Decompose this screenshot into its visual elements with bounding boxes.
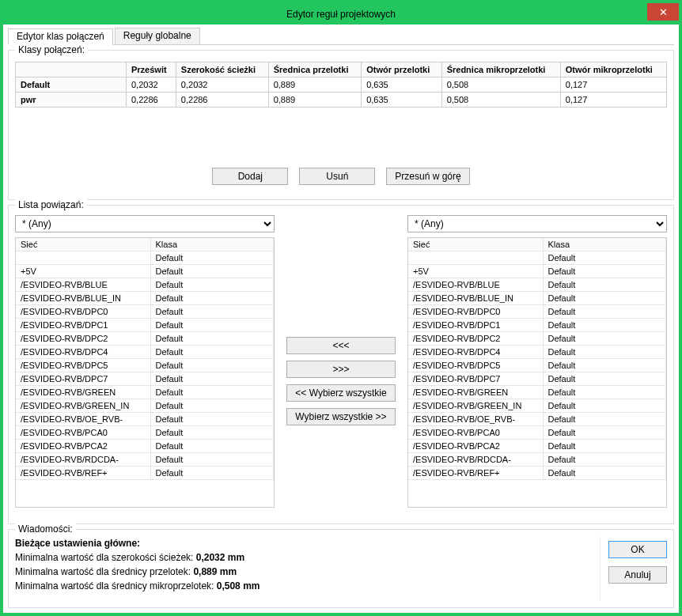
right-list-table: Sieć Klasa Default+5VDefault/ESVIDEO-RVB… — [408, 238, 666, 480]
list-row[interactable]: /ESVIDEO-RVB/GREEN_INDefault — [16, 399, 274, 413]
list-row[interactable]: /ESVIDEO-RVB/PCA0Default — [16, 426, 274, 440]
tab-bar: Edytor klas połączeń Reguły globalne — [8, 28, 674, 45]
list-row[interactable]: /ESVIDEO-RVB/OE_RVB-Default — [408, 413, 666, 426]
class-cell[interactable]: 0,635 — [362, 93, 441, 108]
list-row[interactable]: Default — [16, 251, 274, 265]
class-cell[interactable]: 0,127 — [560, 77, 666, 93]
class-cell[interactable]: 0,127 — [560, 93, 666, 108]
class-col-header[interactable]: Prześwit — [127, 62, 176, 77]
klass-cell: Default — [150, 278, 274, 292]
class-col-header[interactable]: Średnica mikroprzelotki — [441, 62, 560, 77]
class-group-label: Klasy połączeń: — [15, 44, 88, 55]
close-icon: ✕ — [659, 6, 668, 18]
list-row[interactable]: /ESVIDEO-RVB/REF+Default — [408, 467, 666, 480]
klass-cell: Default — [150, 346, 274, 359]
class-row[interactable]: pwr0,22860,22860,8890,6350,5080,127 — [16, 93, 667, 108]
move-up-button[interactable]: Przesuń w górę — [386, 168, 469, 185]
list-row[interactable]: /ESVIDEO-RVB/GREENDefault — [408, 386, 666, 399]
list-row[interactable]: /ESVIDEO-RVB/BLUEDefault — [408, 278, 666, 292]
net-cell: /ESVIDEO-RVB/DPC0 — [16, 305, 150, 319]
class-col-header[interactable]: Szerokość ścieżki — [176, 62, 268, 77]
list-row[interactable]: +5VDefault — [408, 265, 666, 278]
close-button[interactable]: ✕ — [647, 3, 679, 21]
list-row[interactable]: /ESVIDEO-RVB/DPC1Default — [16, 319, 274, 332]
list-row[interactable]: /ESVIDEO-RVB/DPC7Default — [408, 372, 666, 386]
left-filter-dropdown[interactable]: * (Any) — [15, 215, 275, 232]
add-button[interactable]: Dodaj — [212, 168, 288, 185]
delete-button[interactable]: Usuń — [299, 168, 375, 185]
list-row[interactable]: /ESVIDEO-RVB/REF+Default — [16, 467, 274, 480]
list-row[interactable]: /ESVIDEO-RVB/DPC7Default — [16, 372, 274, 386]
net-cell: /ESVIDEO-RVB/DPC1 — [16, 319, 150, 332]
list-row[interactable]: /ESVIDEO-RVB/PCA0Default — [408, 426, 666, 440]
move-right-button[interactable]: >>> — [286, 361, 396, 378]
col-klass[interactable]: Klasa — [150, 238, 274, 251]
list-row[interactable]: /ESVIDEO-RVB/BLUE_INDefault — [16, 292, 274, 305]
list-row[interactable]: /ESVIDEO-RVB/RDCDA-Default — [16, 453, 274, 467]
net-cell: /ESVIDEO-RVB/PCA2 — [408, 440, 543, 453]
list-row[interactable]: /ESVIDEO-RVB/PCA2Default — [16, 440, 274, 453]
right-filter-dropdown[interactable]: * (Any) — [407, 215, 667, 232]
net-cell — [408, 251, 543, 265]
list-row[interactable]: /ESVIDEO-RVB/DPC5Default — [16, 359, 274, 372]
list-row[interactable]: /ESVIDEO-RVB/DPC2Default — [408, 332, 666, 346]
list-row[interactable]: /ESVIDEO-RVB/DPC1Default — [408, 319, 666, 332]
net-cell: /ESVIDEO-RVB/BLUE_IN — [16, 292, 150, 305]
class-cell[interactable]: 0,889 — [268, 77, 362, 93]
list-row[interactable]: /ESVIDEO-RVB/DPC5Default — [408, 359, 666, 372]
net-cell: /ESVIDEO-RVB/DPC5 — [16, 359, 150, 372]
list-row[interactable]: /ESVIDEO-RVB/RDCDA-Default — [408, 453, 666, 467]
window-title: Edytor reguł projektowych — [286, 9, 396, 20]
col-net[interactable]: Sieć — [408, 238, 543, 251]
klass-cell: Default — [150, 453, 274, 467]
list-row[interactable]: /ESVIDEO-RVB/OE_RVB-Default — [16, 413, 274, 426]
class-cell[interactable]: 0,889 — [268, 93, 362, 108]
list-row[interactable]: /ESVIDEO-RVB/GREENDefault — [16, 386, 274, 399]
klass-cell: Default — [150, 440, 274, 453]
class-cell[interactable]: 0,2286 — [176, 93, 268, 108]
class-col-header[interactable]: Otwór mikroprzelotki — [560, 62, 666, 77]
class-cell[interactable]: 0,508 — [441, 93, 560, 108]
class-row[interactable]: Default0,20320,20320,8890,6350,5080,127 — [16, 77, 667, 93]
klass-cell: Default — [150, 399, 274, 413]
dialog-buttons: OK Anuluj — [601, 536, 667, 601]
class-cell[interactable]: 0,635 — [362, 77, 441, 93]
right-list-box[interactable]: Sieć Klasa Default+5VDefault/ESVIDEO-RVB… — [407, 237, 667, 508]
list-row[interactable]: /ESVIDEO-RVB/GREEN_INDefault — [408, 399, 666, 413]
class-group: Klasy połączeń: PrześwitSzerokość ścieżk… — [8, 50, 674, 200]
class-cell[interactable]: 0,508 — [441, 77, 560, 93]
list-row[interactable]: /ESVIDEO-RVB/DPC4Default — [16, 346, 274, 359]
net-cell: /ESVIDEO-RVB/DPC4 — [408, 346, 543, 359]
class-cell[interactable]: 0,2286 — [127, 93, 176, 108]
list-row[interactable]: /ESVIDEO-RVB/BLUEDefault — [16, 278, 274, 292]
move-left-button[interactable]: <<< — [286, 337, 396, 354]
ok-button[interactable]: OK — [608, 541, 667, 558]
list-row[interactable]: +5VDefault — [16, 265, 274, 278]
class-table[interactable]: PrześwitSzerokość ścieżkiŚrednica przelo… — [15, 62, 667, 108]
list-row[interactable]: /ESVIDEO-RVB/DPC4Default — [408, 346, 666, 359]
col-klass[interactable]: Klasa — [543, 238, 666, 251]
klass-cell: Default — [543, 413, 666, 426]
net-cell: /ESVIDEO-RVB/BLUE_IN — [408, 292, 543, 305]
col-net[interactable]: Sieć — [16, 238, 150, 251]
class-cell[interactable]: 0,2032 — [176, 77, 268, 93]
client-area: Edytor klas połączeń Reguły globalne Kla… — [3, 25, 679, 613]
list-row[interactable]: /ESVIDEO-RVB/DPC2Default — [16, 332, 274, 346]
tab-class-editor[interactable]: Edytor klas połączeń — [8, 28, 113, 45]
list-row[interactable]: /ESVIDEO-RVB/PCA2Default — [408, 440, 666, 453]
list-row[interactable]: Default — [408, 251, 666, 265]
klass-cell: Default — [543, 251, 666, 265]
class-col-header[interactable]: Średnica przelotki — [268, 62, 362, 77]
list-row[interactable]: /ESVIDEO-RVB/DPC0Default — [16, 305, 274, 319]
select-all-left-button[interactable]: << Wybierz wszystkie — [286, 384, 396, 402]
class-cell[interactable]: 0,2032 — [127, 77, 176, 93]
class-col-header[interactable]: Otwór przelotki — [362, 62, 441, 77]
list-row[interactable]: /ESVIDEO-RVB/BLUE_INDefault — [408, 292, 666, 305]
left-list-box[interactable]: Sieć Klasa Default+5VDefault/ESVIDEO-RVB… — [15, 237, 275, 508]
net-cell: +5V — [408, 265, 543, 278]
klass-cell: Default — [543, 346, 666, 359]
tab-global-rules[interactable]: Reguły globalne — [115, 28, 200, 44]
select-all-right-button[interactable]: Wybierz wszystkie >> — [286, 408, 396, 425]
list-row[interactable]: /ESVIDEO-RVB/DPC0Default — [408, 305, 666, 319]
cancel-button[interactable]: Anuluj — [608, 566, 667, 584]
